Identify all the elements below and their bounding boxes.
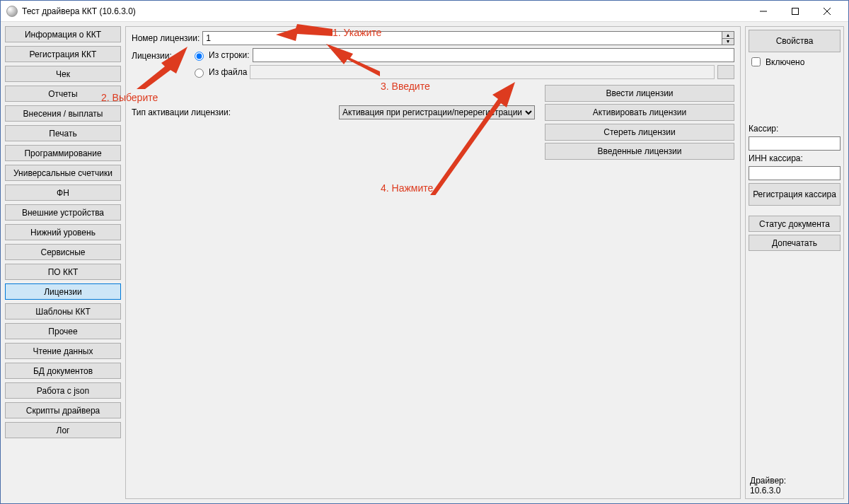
- sidebar-item-8[interactable]: ФН: [5, 184, 121, 201]
- licenses-label: Лицензии:: [132, 51, 172, 61]
- spin-up-icon: ▲: [722, 32, 734, 39]
- right-column: Свойства Включено Кассир: ИНН кассира: Р…: [745, 26, 844, 499]
- annotation-4: 4. Нажмите: [381, 182, 433, 194]
- sidebar-item-20[interactable]: Лог: [5, 422, 121, 438]
- spin-down-icon: ▼: [722, 39, 734, 45]
- cashier-inn-label: ИНН кассира:: [749, 153, 841, 163]
- reprint-button[interactable]: Допечатать: [749, 235, 841, 251]
- sidebar-item-2[interactable]: Чек: [5, 66, 121, 82]
- app-window: Тест драйвера ККТ (10.6.3.0) Информация …: [0, 0, 849, 504]
- sidebar-item-6[interactable]: Программирование: [5, 145, 121, 161]
- svg-rect-1: [792, 8, 798, 14]
- sidebar-item-10[interactable]: Нижний уровень: [5, 224, 121, 240]
- titlebar: Тест драйвера ККТ (10.6.3.0): [1, 1, 848, 22]
- license-number-input[interactable]: [202, 31, 722, 45]
- erase-licenses-button[interactable]: Стереть лицензии: [545, 124, 734, 141]
- enabled-checkbox[interactable]: [751, 57, 761, 66]
- sidebar-item-18[interactable]: Работа с json: [5, 382, 121, 399]
- sidebar-item-17[interactable]: БД документов: [5, 363, 121, 379]
- sidebar-item-1[interactable]: Регистрация ККТ: [5, 46, 121, 62]
- properties-button[interactable]: Свойства: [749, 30, 841, 52]
- sidebar-item-11[interactable]: Сервисные: [5, 244, 121, 260]
- radio-from-string-label: Из строки:: [209, 50, 250, 60]
- activate-licenses-button[interactable]: Активировать лицензии: [545, 104, 734, 121]
- license-string-input[interactable]: [253, 48, 734, 62]
- minimize-button[interactable]: [747, 1, 779, 21]
- activation-type-label: Тип активации лицензии:: [132, 107, 231, 117]
- register-cashier-button[interactable]: Регистрация кассира: [749, 183, 841, 206]
- license-number-label: Номер лицензии:: [132, 33, 200, 43]
- sidebar-item-3[interactable]: Отчеты: [5, 86, 121, 102]
- sidebar-item-4[interactable]: Внесения / выплаты: [5, 105, 121, 122]
- sidebar: Информация о ККТРегистрация ККТЧекОтчеты…: [5, 26, 121, 499]
- license-file-input: [250, 65, 715, 79]
- sidebar-item-19[interactable]: Скрипты драйвера: [5, 402, 121, 418]
- cashier-inn-input[interactable]: [749, 166, 841, 180]
- driver-info: Драйвер: 10.6.3.0: [750, 476, 786, 496]
- maximize-button[interactable]: [779, 1, 811, 21]
- activation-type-combo[interactable]: Активация при регистрации/перерегистраци…: [339, 105, 535, 119]
- entered-licenses-button[interactable]: Введенные лицензии: [545, 143, 734, 160]
- app-icon: [6, 6, 18, 17]
- sidebar-item-5[interactable]: Печать: [5, 125, 121, 141]
- browse-button[interactable]: [717, 65, 734, 79]
- license-number-spinner[interactable]: ▲▼: [202, 31, 734, 45]
- radio-from-file[interactable]: [195, 69, 204, 78]
- doc-status-button[interactable]: Статус документа: [749, 216, 841, 232]
- cashier-input[interactable]: [749, 136, 841, 151]
- window-title: Тест драйвера ККТ (10.6.3.0): [22, 6, 136, 16]
- enter-licenses-button[interactable]: Ввести лицензии: [545, 85, 734, 102]
- sidebar-item-0[interactable]: Информация о ККТ: [5, 26, 121, 42]
- close-button[interactable]: [811, 1, 843, 21]
- sidebar-item-14[interactable]: Шаблоны ККТ: [5, 303, 121, 320]
- main-panel: Номер лицензии: ▲▼ Лицензии: Из строки:: [125, 26, 741, 499]
- sidebar-item-9[interactable]: Внешние устройства: [5, 204, 121, 221]
- radio-from-file-label: Из файла: [209, 67, 247, 77]
- radio-from-string[interactable]: [195, 52, 204, 61]
- sidebar-item-16[interactable]: Чтение данных: [5, 343, 121, 359]
- sidebar-item-13[interactable]: Лицензии: [5, 283, 121, 300]
- sidebar-item-12[interactable]: ПО ККТ: [5, 264, 121, 280]
- sidebar-item-15[interactable]: Прочее: [5, 323, 121, 339]
- enabled-label: Включено: [766, 57, 804, 67]
- cashier-label: Кассир:: [749, 124, 841, 134]
- right-panel: Свойства Включено Кассир: ИНН кассира: Р…: [745, 26, 844, 499]
- sidebar-item-7[interactable]: Универсальные счетчики: [5, 165, 121, 181]
